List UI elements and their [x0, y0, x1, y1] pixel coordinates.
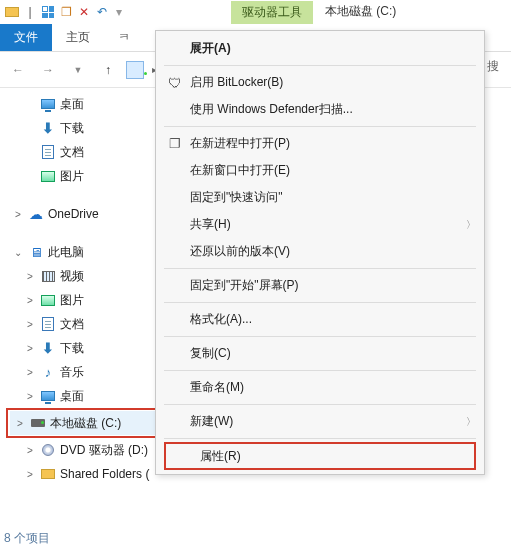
submenu-arrow-icon: 〉	[466, 218, 476, 232]
menu-pin-quick[interactable]: 固定到"快速访问"	[156, 184, 484, 211]
download-icon: ⬇	[40, 120, 56, 136]
menu-defender[interactable]: 使用 Windows Defender扫描...	[156, 96, 484, 123]
tree-item-this-pc[interactable]: ⌄🖥此电脑	[0, 240, 180, 264]
file-tab[interactable]: 文件	[0, 24, 52, 51]
truncated-tab[interactable]: ㅋ	[104, 24, 144, 51]
tree-item-music[interactable]: >♪音乐	[0, 360, 180, 384]
new-window-icon: ❐	[164, 136, 186, 151]
folder-icon	[40, 466, 56, 482]
quick-access-group: 桌面 ⬇下载 文档 图片	[0, 92, 180, 188]
menu-format[interactable]: 格式化(A)...	[156, 306, 484, 333]
tree-item-pictures-pc[interactable]: >图片	[0, 288, 180, 312]
menu-pin-start[interactable]: 固定到"开始"屏幕(P)	[156, 272, 484, 299]
shield-icon: 🛡	[164, 75, 186, 91]
menu-new[interactable]: 新建(W)〉	[156, 408, 484, 435]
selected-highlight: >本地磁盘 (C:)	[6, 408, 174, 438]
quick-access-toolbar: | ❐ ✕ ↶ ▾	[4, 4, 126, 20]
menu-expand[interactable]: 展开(A)	[156, 35, 484, 62]
tree-item-c-drive[interactable]: >本地磁盘 (C:)	[10, 411, 170, 435]
tree-item-onedrive[interactable]: >☁OneDrive	[0, 202, 180, 226]
address-bar[interactable]: ▸	[126, 61, 157, 79]
tree-item-desktop-pc[interactable]: >桌面	[0, 384, 180, 408]
chevron-right-icon[interactable]: >	[12, 209, 24, 220]
qat-separator: |	[22, 4, 38, 20]
chevron-down-icon[interactable]: ⌄	[12, 247, 24, 258]
tree-item-shared[interactable]: >Shared Folders (	[0, 462, 180, 486]
delete-icon[interactable]: ✕	[76, 4, 92, 20]
menu-open-new-window[interactable]: 在新窗口中打开(E)	[156, 157, 484, 184]
navigation-pane: 桌面 ⬇下载 文档 图片 >☁OneDrive ⌄🖥此电脑 >视频 >图片 >文…	[0, 88, 180, 547]
status-bar: 8 个项目	[4, 530, 50, 547]
tree-item-pictures[interactable]: 图片	[0, 164, 180, 188]
window-title: 本地磁盘 (C:)	[317, 1, 404, 24]
highlighted-item: 属性(R)	[164, 442, 476, 470]
menu-properties[interactable]: 属性(R)	[164, 442, 476, 470]
menu-rename[interactable]: 重命名(M)	[156, 374, 484, 401]
cloud-icon: ☁	[28, 206, 44, 222]
context-menu: 展开(A) 🛡启用 BitLocker(B) 使用 Windows Defend…	[155, 30, 485, 475]
app-icon	[4, 4, 20, 20]
menu-separator	[164, 302, 476, 303]
undo-icon[interactable]: ↶	[94, 4, 110, 20]
onedrive-group: >☁OneDrive	[0, 202, 180, 226]
menu-separator	[164, 404, 476, 405]
tree-item-downloads[interactable]: ⬇下载	[0, 116, 180, 140]
tree-item-videos[interactable]: >视频	[0, 264, 180, 288]
search-box[interactable]: 搜	[487, 58, 507, 75]
pc-icon: 🖥	[28, 244, 44, 260]
dvd-icon	[40, 442, 56, 458]
view-icon[interactable]	[126, 61, 144, 79]
menu-open-new-process[interactable]: ❐在新进程中打开(P)	[156, 130, 484, 157]
forward-button[interactable]: →	[36, 58, 60, 82]
hdd-icon	[30, 415, 46, 431]
back-button[interactable]: ←	[6, 58, 30, 82]
this-pc-group: ⌄🖥此电脑 >视频 >图片 >文档 >⬇下载 >♪音乐 >桌面 >本地磁盘 (C…	[0, 240, 180, 486]
properties-icon[interactable]	[40, 4, 56, 20]
new-folder-icon[interactable]: ❐	[58, 4, 74, 20]
drive-tools-tab[interactable]: 驱动器工具	[231, 1, 313, 24]
tree-item-desktop[interactable]: 桌面	[0, 92, 180, 116]
submenu-arrow-icon: 〉	[466, 415, 476, 429]
recent-dropdown-icon[interactable]: ▼	[66, 58, 90, 82]
download-icon: ⬇	[40, 340, 56, 356]
menu-separator	[164, 336, 476, 337]
tree-item-documents[interactable]: 文档	[0, 140, 180, 164]
music-icon: ♪	[40, 364, 56, 380]
menu-restore-versions[interactable]: 还原以前的版本(V)	[156, 238, 484, 265]
menu-bitlocker[interactable]: 🛡启用 BitLocker(B)	[156, 69, 484, 96]
home-tab[interactable]: 主页	[52, 24, 104, 51]
menu-separator	[164, 370, 476, 371]
menu-copy[interactable]: 复制(C)	[156, 340, 484, 367]
menu-separator	[164, 268, 476, 269]
up-button[interactable]: ↑	[96, 58, 120, 82]
title-bar: | ❐ ✕ ↶ ▾ 驱动器工具 本地磁盘 (C:)	[0, 0, 511, 24]
tree-item-downloads-pc[interactable]: >⬇下载	[0, 336, 180, 360]
tree-item-documents-pc[interactable]: >文档	[0, 312, 180, 336]
menu-separator	[164, 126, 476, 127]
menu-separator	[164, 438, 476, 439]
qat-dropdown-icon[interactable]: ▾	[116, 5, 122, 19]
tree-item-dvd[interactable]: >DVD 驱动器 (D:)	[0, 438, 180, 462]
menu-separator	[164, 65, 476, 66]
menu-share[interactable]: 共享(H)〉	[156, 211, 484, 238]
